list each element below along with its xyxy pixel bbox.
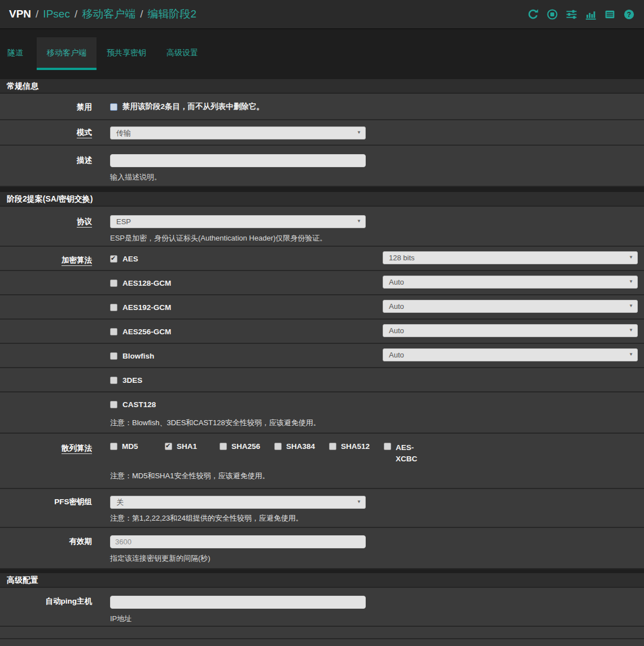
protocol-label: 协议 — [77, 217, 92, 228]
svg-text:?: ? — [627, 10, 631, 18]
field-label-mode: 模式 — [0, 120, 110, 145]
field-label-spacer — [0, 392, 110, 433]
breadcrumb-separator: / — [140, 8, 143, 20]
dropdown-arrow-icon: ▼ — [357, 219, 361, 224]
encryption-aes192gcm-keylen-value: Auto — [389, 302, 404, 311]
row-encryption-aes192gcm: AES192-GCM Auto ▼ — [0, 295, 644, 320]
encryption-blowfish-checkbox[interactable] — [110, 352, 117, 360]
mode-label: 模式 — [77, 128, 92, 138]
pfs-select[interactable]: 关 ▼ — [110, 496, 366, 509]
lifetime-input[interactable] — [110, 535, 366, 548]
hash-sha384-label: SHA384 — [286, 442, 315, 451]
hash-aes-xcbc-label: AES-XCBC — [396, 442, 420, 465]
row-hash: 散列算法 MD5 SHA1 SHA256 SHA384 — [0, 434, 644, 489]
page-bottom-strip — [0, 639, 644, 646]
breadcrumb-mobile-clients[interactable]: 移动客户端 — [82, 7, 135, 21]
stop-circle-icon[interactable] — [546, 8, 558, 20]
encryption-cast128-checkbox[interactable] — [110, 401, 117, 408]
encryption-aes192gcm-label: AES192-GCM — [122, 303, 171, 312]
encryption-3des-label: 3DES — [122, 376, 142, 385]
field-label-spacer — [0, 320, 110, 343]
hash-sha1-checkbox[interactable] — [165, 443, 172, 450]
refresh-icon[interactable] — [527, 8, 539, 20]
encryption-aes-keylen-select[interactable]: 128 bits ▼ — [383, 251, 638, 264]
encryption-aes192gcm-checkbox[interactable] — [110, 304, 117, 311]
sliders-icon[interactable] — [566, 8, 577, 20]
row-encryption-aes128gcm: AES128-GCM Auto ▼ — [0, 271, 644, 295]
hash-sha256-checkbox[interactable] — [220, 443, 227, 450]
protocol-help: ESP是加密，身份认证标头(Authentication Header)仅限身份… — [110, 233, 638, 243]
help-icon[interactable]: ? — [623, 8, 635, 20]
hash-option-sha512: SHA512 — [329, 442, 384, 465]
section-heading-proposal: 阶段2提案(SA/密钥交换) — [0, 192, 644, 207]
disable-checkbox[interactable] — [110, 103, 117, 111]
protocol-control: ESP ▼ ESP是加密，身份认证标头(Authentication Heade… — [110, 207, 644, 246]
row-encryption-aes: 加密算法 AES 128 bits ▼ — [0, 247, 644, 271]
pinghost-label: 自动ping主机 — [46, 597, 93, 605]
row-mode: 模式 传输 ▼ — [0, 120, 644, 146]
hash-sha512-checkbox[interactable] — [329, 443, 336, 450]
dropdown-arrow-icon: ▼ — [629, 255, 633, 260]
hash-sha256-label: SHA256 — [231, 442, 260, 451]
encryption-aes192gcm-keylen-select[interactable]: Auto ▼ — [383, 300, 638, 313]
hash-aes-xcbc-checkbox[interactable] — [384, 443, 391, 450]
encryption-3des-checkbox[interactable] — [110, 377, 117, 384]
hash-sha384-checkbox[interactable] — [274, 443, 282, 450]
encryption-aes256gcm-checkbox[interactable] — [110, 328, 117, 335]
tab-tunnels[interactable]: 隧道 — [7, 37, 37, 70]
description-input[interactable] — [110, 154, 366, 167]
disable-label: 禁用 — [77, 103, 92, 111]
encryption-aes-checkbox[interactable] — [110, 255, 117, 263]
disable-control: 禁用该阶段2条目，而不从列表中删除它。 — [110, 94, 644, 119]
pinghost-help: IP地址 — [110, 614, 638, 624]
dropdown-arrow-icon: ▼ — [357, 130, 361, 135]
breadcrumb: VPN / IPsec / 移动客户端 / 编辑阶段2 — [9, 7, 196, 21]
encryption-blowfish-control: Blowfish Auto ▼ — [110, 344, 644, 367]
lifetime-control: 指定该连接密钥更新的间隔(秒) — [110, 528, 644, 568]
encryption-blowfish-label: Blowfish — [122, 352, 154, 360]
mode-select[interactable]: 传输 ▼ — [110, 126, 366, 139]
notices-icon[interactable] — [604, 8, 616, 20]
encryption-aes128gcm-checkbox[interactable] — [110, 280, 117, 287]
top-navbar: VPN / IPsec / 移动客户端 / 编辑阶段2 — [0, 0, 644, 29]
breadcrumb-edit-phase2[interactable]: 编辑阶段2 — [147, 7, 196, 21]
section-heading-advanced: 高级配置 — [0, 573, 644, 588]
tab-bar: 隧道 移动客户端 预共享密钥 高级设置 — [0, 29, 644, 79]
pinghost-input[interactable] — [110, 596, 366, 609]
hash-md5-checkbox[interactable] — [110, 443, 117, 450]
description-control: 输入描述说明。 — [110, 146, 644, 186]
encryption-blowfish-keylen-select[interactable]: Auto ▼ — [383, 348, 638, 361]
description-label: 描述 — [77, 156, 92, 164]
breadcrumb-ipsec[interactable]: IPsec — [43, 8, 70, 20]
encryption-aes128gcm-keylen-select[interactable]: Auto ▼ — [383, 276, 638, 289]
field-label-pinghost: 自动ping主机 — [0, 588, 110, 626]
encryption-aes256gcm-control: AES256-GCM Auto ▼ — [110, 320, 644, 343]
tab-advanced-settings[interactable]: 高级设置 — [156, 37, 208, 70]
dropdown-arrow-icon: ▼ — [629, 304, 633, 308]
description-help: 输入描述说明。 — [110, 172, 638, 182]
hash-control: MD5 SHA1 SHA256 SHA384 SHA512 — [110, 434, 644, 488]
dropdown-arrow-icon: ▼ — [629, 280, 633, 284]
encryption-cast128-control: CAST128 注意：Blowfish、3DES和CAST128安全性较弱，应该… — [110, 392, 644, 433]
hash-option-sha256: SHA256 — [220, 442, 274, 465]
hash-option-sha1: SHA1 — [165, 442, 220, 465]
protocol-select[interactable]: ESP ▼ — [110, 215, 366, 228]
field-label-description: 描述 — [0, 146, 110, 186]
tab-pre-shared-keys[interactable]: 预共享密钥 — [97, 37, 156, 70]
encryption-aes256gcm-keylen-select[interactable]: Auto ▼ — [383, 324, 638, 337]
row-pinghost: 自动ping主机 IP地址 — [0, 588, 644, 627]
page: VPN / IPsec / 移动客户端 / 编辑阶段2 — [0, 0, 644, 646]
field-label-spacer — [0, 368, 110, 391]
encryption-aes-control: AES 128 bits ▼ — [110, 247, 644, 270]
lifetime-label: 有效期 — [69, 537, 93, 545]
panel-gap — [0, 569, 644, 573]
encryption-blowfish-keylen-value: Auto — [389, 351, 404, 359]
tab-mobile-clients[interactable]: 移动客户端 — [37, 37, 97, 70]
hash-label: 散列算法 — [62, 444, 92, 454]
chart-bars-icon[interactable] — [585, 8, 597, 20]
pinghost-control: IP地址 — [110, 588, 644, 626]
field-label-pfs: PFS密钥组 — [0, 489, 110, 527]
mode-control: 传输 ▼ — [110, 120, 644, 145]
breadcrumb-vpn[interactable]: VPN — [9, 8, 31, 20]
encryption-cast128-label: CAST128 — [122, 400, 156, 409]
